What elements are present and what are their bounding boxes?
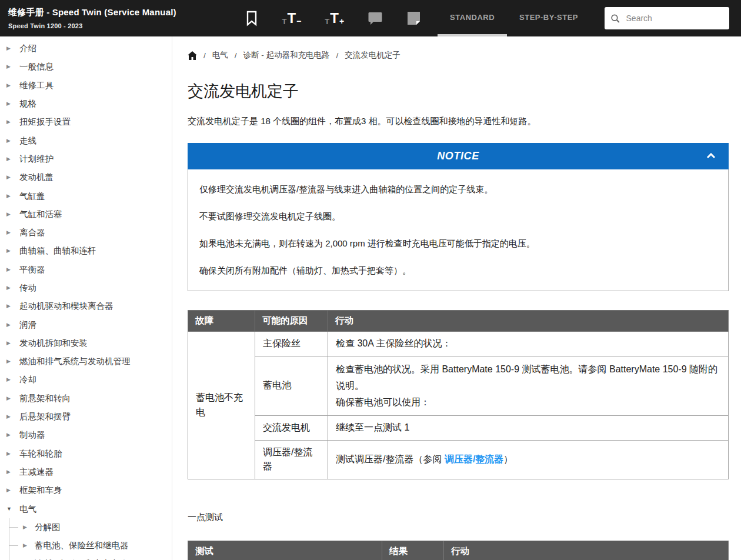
sidebar-item-label: 燃油和排气系统与发动机管理 [19, 356, 131, 367]
chevron-right-icon [6, 64, 12, 69]
sidebar-item-label: 介绍 [19, 43, 36, 54]
sidebar-item-front-suspension[interactable]: 前悬架和转向 [0, 389, 172, 408]
sidebar-item-label: 前悬架和转向 [19, 393, 71, 404]
note-icon[interactable] [406, 11, 421, 26]
big-t-glyph: T [330, 11, 339, 25]
sidebar-item-starter-drive[interactable]: 起动机驱动和楔块离合器 [0, 297, 172, 315]
action-text: ） [503, 454, 513, 464]
manual-title: 维修手册 - Speed Twin (Service Manual) [8, 7, 176, 18]
sidebar-item-cylinder-pistons[interactable]: 气缸和活塞 [0, 205, 172, 224]
notice-paragraph: 如果电池未充满电，则在转速为 2,000 rpm 进行检查时充电电压可能低于指定… [199, 238, 716, 249]
chevron-right-icon [6, 175, 12, 180]
sidebar-item-electrical[interactable]: 电气 [0, 499, 172, 518]
sidebar-item-exploded-views[interactable]: 分解图 [9, 518, 172, 536]
sidebar-item-lubrication[interactable]: 润滑 [0, 315, 172, 334]
home-icon[interactable] [188, 51, 197, 60]
small-t-glyph: T [282, 18, 286, 25]
chevron-right-icon [6, 101, 12, 106]
text-decrease-button[interactable]: TT− [282, 11, 301, 25]
app-header: 维修手册 - Speed Twin (Service Manual) Speed… [0, 0, 741, 36]
breadcrumb-electrical[interactable]: 电气 [212, 50, 228, 61]
bookmark-icon[interactable] [245, 10, 258, 26]
chevron-right-icon [6, 414, 12, 419]
sidebar-item-scheduled-maintenance[interactable]: 计划维护 [0, 150, 172, 168]
sidebar-item-label: 分解图 [35, 522, 61, 533]
fault-column-header: 故障 [188, 311, 255, 332]
sidebar-item-service-tools[interactable]: 维修工具 [0, 76, 172, 95]
sidebar-item-fuel-exhaust[interactable]: 燃油和排气系统与发动机管理 [0, 352, 172, 371]
sidebar-item-label: 主减速器 [19, 466, 54, 478]
tab-step-by-step[interactable]: STEP-BY-STEP [507, 0, 590, 36]
sidebar-item-frame-bodywork[interactable]: 框架和车身 [0, 481, 172, 499]
chevron-right-icon [6, 138, 12, 144]
chevron-right-icon [23, 525, 29, 530]
table-row: 蓄电池不充电 主保险丝 检查 30A 主保险丝的状况： [188, 332, 729, 356]
sidebar-item-label: 气缸和活塞 [19, 209, 62, 220]
search-box[interactable] [605, 7, 729, 29]
cause-cell: 蓄电池 [255, 356, 328, 415]
cause-cell: 主保险丝 [255, 332, 328, 356]
sidebar-item-label: 一般信息 [19, 61, 54, 72]
sidebar-item-label: 计划维护 [19, 154, 54, 165]
action-cell: 继续至一点测试 1 [328, 415, 729, 440]
sidebar-item-label: 传动 [19, 282, 36, 294]
notice-label: NOTICE [437, 150, 479, 162]
result-column-header: 结果 [382, 541, 444, 560]
notice-paragraph: 仅修理交流发电机调压器/整流器与线束进入曲轴箱的位置之间的定子线束。 [199, 184, 716, 195]
single-point-test-heading: 一点测试 [188, 512, 729, 523]
sidebar-item-label: 润滑 [19, 319, 36, 331]
sidebar-item-label: 维修工具 [19, 80, 54, 91]
sidebar-item-torque-settings[interactable]: 扭矩扳手设置 [0, 113, 172, 131]
sidebar-item-label: 冷却 [19, 374, 36, 385]
action-text: 确保蓄电池可以使用： [336, 394, 720, 411]
sidebar-item-balancer[interactable]: 平衡器 [0, 261, 172, 279]
sidebar-item-label: 框架和车身 [19, 485, 62, 496]
chevron-right-icon [6, 377, 12, 382]
action-column-header: 行动 [328, 311, 729, 332]
chevron-right-icon [6, 341, 12, 346]
chevron-right-icon [6, 451, 12, 456]
chevron-right-icon [6, 119, 12, 125]
search-input[interactable] [625, 13, 723, 24]
regulator-rectifier-link[interactable]: 调压器/整流器 [445, 454, 503, 464]
sidebar-item-battery-fuses-relays[interactable]: 蓄电池、保险丝和继电器 [9, 536, 172, 555]
sidebar-item-final-drive[interactable]: 主减速器 [0, 463, 172, 481]
notice-header[interactable]: NOTICE [188, 143, 729, 169]
sidebar-item-transmission[interactable]: 传动 [0, 279, 172, 297]
sidebar-item-engine-covers[interactable]: 发动机盖 [0, 168, 172, 186]
notice-paragraph: 确保关闭所有附加配件（辅助灯、加热式手把套等）。 [199, 265, 716, 276]
sidebar-item-label: 离合器 [19, 227, 45, 238]
chevron-right-icon [6, 396, 12, 401]
minus-glyph: − [296, 17, 301, 25]
breadcrumb-current-page: 交流发电机定子 [345, 50, 400, 61]
sidebar-item-clutch[interactable]: 离合器 [0, 224, 172, 242]
page-body: 介绍 一般信息 维修工具 规格 扭矩扳手设置 走线 计划维护 发动机盖 气缸盖 … [0, 36, 741, 560]
sidebar-item-intro[interactable]: 介绍 [0, 39, 172, 58]
text-increase-button[interactable]: TT+ [325, 11, 344, 25]
collapse-chevron-up-icon[interactable] [706, 153, 716, 159]
notice-body: 仅修理交流发电机调压器/整流器与线束进入曲轴箱的位置之间的定子线束。 不要试图修… [188, 169, 729, 291]
breadcrumb-diagnostics[interactable]: 诊断 - 起动器和充电电路 [243, 50, 330, 61]
chevron-right-icon [6, 212, 12, 217]
cause-cell: 调压器/整流器 [255, 440, 328, 479]
sidebar-item-rear-suspension[interactable]: 后悬架和摆臂 [0, 408, 172, 426]
chevron-right-icon [6, 359, 12, 364]
sidebar-item-wheels-tyres[interactable]: 车轮和轮胎 [0, 445, 172, 463]
big-t-glyph: T [287, 11, 296, 25]
plus-glyph: + [339, 17, 344, 25]
comment-icon[interactable] [368, 11, 383, 26]
sidebar-item-crankcase[interactable]: 曲轴箱、曲轴和连杆 [0, 242, 172, 260]
search-icon [610, 13, 620, 24]
action-column-header: 行动 [444, 541, 729, 560]
sidebar-item-routing[interactable]: 走线 [0, 131, 172, 149]
action-cell: 测试调压器/整流器（参阅 调压器/整流器） [328, 440, 729, 479]
sidebar-item-brakes[interactable]: 制动器 [0, 426, 172, 444]
sidebar-item-engine-removal[interactable]: 发动机拆卸和安装 [0, 334, 172, 352]
sidebar-item-label: 走线 [19, 135, 36, 146]
sidebar-item-cylinder-head[interactable]: 气缸盖 [0, 186, 172, 205]
sidebar-item-specifications[interactable]: 规格 [0, 95, 172, 113]
sidebar-item-general-info[interactable]: 一般信息 [0, 58, 172, 76]
tab-standard[interactable]: STANDARD [438, 0, 507, 36]
sidebar-item-diagnostics-starter-charging[interactable]: 诊断 - 起动器和充电电路 [9, 555, 172, 560]
sidebar-item-cooling[interactable]: 冷却 [0, 371, 172, 389]
